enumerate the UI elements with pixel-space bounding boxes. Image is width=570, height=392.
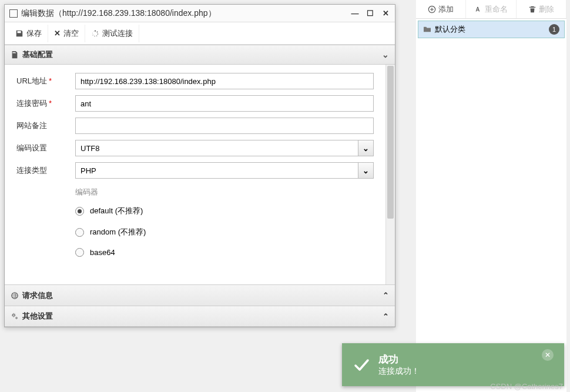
check-icon xyxy=(353,356,370,374)
scrollbar[interactable] xyxy=(385,65,395,284)
encoder-option-random[interactable]: random (不推荐) xyxy=(75,227,374,237)
category-item-default[interactable]: 默认分类 1 xyxy=(418,21,565,38)
svg-point-3 xyxy=(98,33,99,35)
svg-point-11 xyxy=(16,317,18,319)
chevron-down-icon: ⌄ xyxy=(382,50,389,59)
globe-icon xyxy=(11,292,19,300)
basic-config-title: 基础配置 xyxy=(22,49,53,60)
delete-category-button[interactable]: 删除 xyxy=(517,0,566,18)
category-count-badge: 1 xyxy=(549,24,559,35)
type-value: PHP xyxy=(76,163,358,178)
chevron-up-icon: ⌃ xyxy=(383,291,389,300)
other-settings-title: 其他设置 xyxy=(22,311,53,321)
radio-base64-label: base64 xyxy=(90,248,115,257)
clear-icon: ✕ xyxy=(54,29,61,38)
trash-icon xyxy=(528,5,537,14)
clear-button[interactable]: ✕ 清空 xyxy=(48,25,85,42)
minimize-button[interactable]: — xyxy=(350,9,360,18)
encoder-option-default[interactable]: default (不推荐) xyxy=(75,206,374,216)
encoding-select[interactable]: UTF8 ⌄ xyxy=(75,140,374,156)
add-category-button[interactable]: 添加 xyxy=(416,0,466,18)
svg-point-6 xyxy=(93,35,93,35)
type-dropdown-button[interactable]: ⌄ xyxy=(358,163,373,178)
sidebar-toolbar: 添加 重命名 删除 xyxy=(416,0,566,19)
folder-icon xyxy=(423,26,431,33)
svg-point-7 xyxy=(92,32,93,33)
rename-label: 重命名 xyxy=(485,4,508,15)
svg-point-2 xyxy=(97,31,98,32)
type-select[interactable]: PHP ⌄ xyxy=(75,162,374,179)
svg-point-1 xyxy=(95,30,96,31)
note-input[interactable] xyxy=(75,118,374,134)
gears-icon xyxy=(11,312,19,320)
font-icon xyxy=(474,5,482,14)
radio-default[interactable] xyxy=(75,207,84,216)
rename-category-button[interactable]: 重命名 xyxy=(466,0,516,18)
save-icon xyxy=(15,29,24,38)
plus-circle-icon xyxy=(428,5,436,14)
titlebar: 编辑数据（http://192.168.239.138:18080/index.… xyxy=(5,5,395,22)
success-toast: 成功 连接成功！ ✕ xyxy=(342,343,564,386)
encoder-option-base64[interactable]: base64 xyxy=(75,248,374,257)
other-settings-panel-header[interactable]: 其他设置 ⌃ xyxy=(5,306,395,327)
category-sidebar: 添加 重命名 删除 默认分类 1 xyxy=(416,0,566,392)
maximize-button[interactable]: ☐ xyxy=(366,9,375,18)
toast-message: 连接成功！ xyxy=(378,366,534,377)
save-button[interactable]: 保存 xyxy=(9,25,48,42)
password-label: 连接密码* xyxy=(16,98,75,109)
add-label: 添加 xyxy=(438,4,454,15)
encoding-label: 编码设置 xyxy=(16,143,75,153)
scrollbar-thumb[interactable] xyxy=(387,66,394,219)
radio-default-label: default (不推荐) xyxy=(90,206,143,216)
delete-label: 删除 xyxy=(539,4,554,15)
svg-point-10 xyxy=(13,314,15,317)
test-connection-button[interactable]: 测试连接 xyxy=(85,25,139,42)
toolbar: 保存 ✕ 清空 测试连接 xyxy=(5,22,395,45)
basic-config-panel-header[interactable]: 基础配置 ⌄ xyxy=(5,45,395,65)
url-input[interactable] xyxy=(75,73,374,89)
radio-random-label: random (不推荐) xyxy=(90,227,146,237)
window-title: 编辑数据（http://192.168.239.138:18080/index.… xyxy=(21,8,350,19)
note-label: 网站备注 xyxy=(16,120,75,131)
request-info-title: 请求信息 xyxy=(22,290,53,301)
radio-base64[interactable] xyxy=(75,248,84,257)
encoder-label: 编码器 xyxy=(75,187,374,197)
encoding-dropdown-button[interactable]: ⌄ xyxy=(358,140,373,156)
request-info-panel-header[interactable]: 请求信息 ⌃ xyxy=(5,284,395,306)
edit-data-window: 编辑数据（http://192.168.239.138:18080/index.… xyxy=(4,4,395,327)
svg-point-4 xyxy=(96,35,97,36)
window-icon xyxy=(9,9,18,18)
close-button[interactable]: ✕ xyxy=(381,9,390,18)
radio-random[interactable] xyxy=(75,228,84,237)
loading-icon xyxy=(91,29,99,38)
basic-config-body: URL地址* 连接密码* 网站备注 编码设置 UTF8 ⌄ 连接类型 xyxy=(5,65,395,284)
password-input[interactable] xyxy=(75,95,374,112)
svg-point-8 xyxy=(93,31,94,32)
type-label: 连接类型 xyxy=(16,165,75,176)
toast-close-button[interactable]: ✕ xyxy=(542,349,554,361)
save-label: 保存 xyxy=(26,28,42,39)
url-label: URL地址* xyxy=(16,76,75,86)
toast-title: 成功 xyxy=(378,353,534,366)
clear-label: 清空 xyxy=(63,28,79,39)
test-label: 测试连接 xyxy=(102,28,133,39)
watermark: CSDN @Catherines7 xyxy=(490,382,563,391)
encoding-value: UTF8 xyxy=(76,140,358,156)
svg-point-5 xyxy=(95,35,95,36)
document-icon xyxy=(11,51,19,59)
chevron-up-icon: ⌃ xyxy=(383,312,389,321)
category-name: 默认分类 xyxy=(435,24,545,35)
